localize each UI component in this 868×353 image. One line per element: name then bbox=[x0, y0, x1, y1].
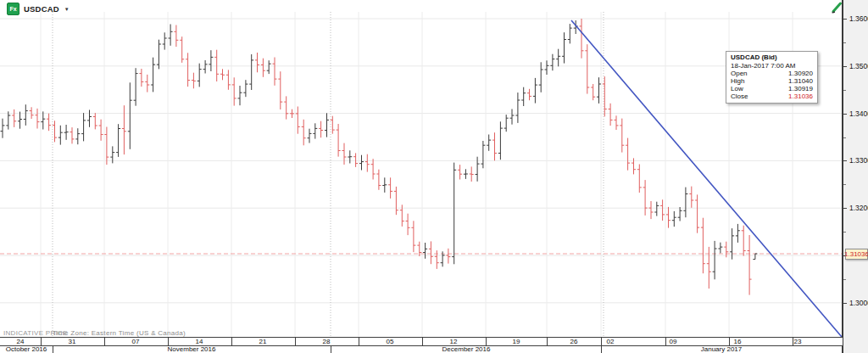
price-axis-tick bbox=[843, 160, 847, 161]
week-separator bbox=[729, 338, 730, 345]
week-separator bbox=[422, 338, 423, 345]
tooltip-row: Open1.30920 bbox=[731, 70, 813, 77]
price-axis-label: 1.35000 bbox=[849, 62, 868, 70]
week-separator bbox=[231, 338, 232, 345]
month-separator bbox=[53, 346, 53, 353]
chevron-down-icon: ▼ bbox=[64, 7, 70, 12]
week-separator bbox=[601, 338, 602, 345]
week-separator bbox=[793, 338, 793, 345]
month-label: November 2016 bbox=[168, 345, 216, 353]
price-axis-label: 1.30000 bbox=[849, 299, 868, 307]
current-price-tag: 1.31036 bbox=[845, 249, 868, 260]
week-separator bbox=[168, 338, 169, 345]
week-start-label: 02 bbox=[607, 338, 615, 345]
week-start-label: 31 bbox=[69, 338, 76, 345]
week-separator bbox=[295, 338, 296, 345]
week-start-label: 07 bbox=[132, 338, 140, 345]
week-start-label: 28 bbox=[323, 338, 331, 345]
week-separator bbox=[41, 338, 42, 345]
price-axis-label: 1.34000 bbox=[849, 109, 868, 118]
price-axis-tick bbox=[843, 114, 847, 115]
tooltip-title: USDCAD (Bid) bbox=[731, 53, 813, 62]
tooltip-row: Low1.30919 bbox=[731, 85, 813, 92]
price-axis-label: 1.36000 bbox=[849, 14, 868, 23]
week-start-label: 14 bbox=[196, 338, 203, 345]
draw-trendline-pencil-icon[interactable] bbox=[831, 1, 843, 17]
week-separator bbox=[359, 338, 359, 345]
week-start-label: 05 bbox=[387, 338, 394, 345]
price-axis-label: 1.33000 bbox=[849, 156, 868, 165]
month-label: December 2016 bbox=[442, 345, 491, 353]
month-label: January 2017 bbox=[701, 345, 742, 353]
price-axis-tick bbox=[843, 208, 847, 209]
price-axis-tick bbox=[843, 42, 846, 43]
ohlc-bars bbox=[1, 19, 758, 295]
price-axis-tick bbox=[843, 90, 846, 91]
week-start-label: 23 bbox=[794, 338, 802, 345]
week-start-label: 26 bbox=[570, 338, 578, 345]
week-separator bbox=[104, 338, 105, 345]
tooltip-row: High1.31040 bbox=[731, 77, 813, 85]
week-start-label: 12 bbox=[450, 338, 458, 345]
price-axis[interactable]: 1.360001.350001.340001.330001.320001.300… bbox=[843, 0, 868, 353]
month-separator bbox=[601, 346, 602, 353]
price-axis-tick bbox=[843, 19, 847, 20]
week-start-label: 24 bbox=[17, 338, 25, 345]
instrument-symbol-label: USDCAD bbox=[24, 4, 59, 14]
month-separator bbox=[331, 346, 331, 353]
ohlc-tooltip: USDCAD (Bid) 18-Jan-2017 7:00 AM Open1.3… bbox=[726, 51, 818, 104]
tooltip-row: Close1.31036 bbox=[731, 92, 813, 100]
price-axis-tick bbox=[843, 232, 846, 233]
price-axis-tick bbox=[843, 279, 846, 280]
week-separator bbox=[665, 338, 666, 345]
price-axis-tick bbox=[843, 303, 847, 304]
price-axis-tick bbox=[843, 137, 846, 138]
week-separator bbox=[486, 338, 487, 345]
instrument-selector[interactable]: Fx USDCAD ▼ bbox=[7, 3, 70, 15]
ohlc-chart-canvas[interactable] bbox=[0, 0, 843, 337]
time-axis-month-row[interactable]: October 2016November 2016December 2016Ja… bbox=[0, 346, 843, 353]
tooltip-datetime: 18-Jan-2017 7:00 AM bbox=[731, 62, 813, 70]
month-label: October 2016 bbox=[6, 345, 47, 353]
week-separator bbox=[547, 338, 548, 345]
week-start-label: 19 bbox=[513, 338, 520, 345]
price-chart-plot-area[interactable] bbox=[0, 0, 843, 337]
week-start-label: 21 bbox=[259, 338, 267, 345]
fx-instrument-icon: Fx bbox=[7, 3, 19, 15]
week-start-label: 16 bbox=[734, 338, 742, 345]
price-axis-tick bbox=[843, 184, 846, 185]
week-start-label: 09 bbox=[670, 338, 677, 345]
price-axis-tick bbox=[843, 66, 847, 67]
chart-window: Fx USDCAD ▼ USDCAD (Bid) 18-Jan-2017 7:0… bbox=[0, 0, 868, 353]
timezone-note: Time Zone: Eastern Time (US & Canada) bbox=[53, 329, 186, 337]
price-axis-label: 1.32000 bbox=[849, 204, 868, 212]
